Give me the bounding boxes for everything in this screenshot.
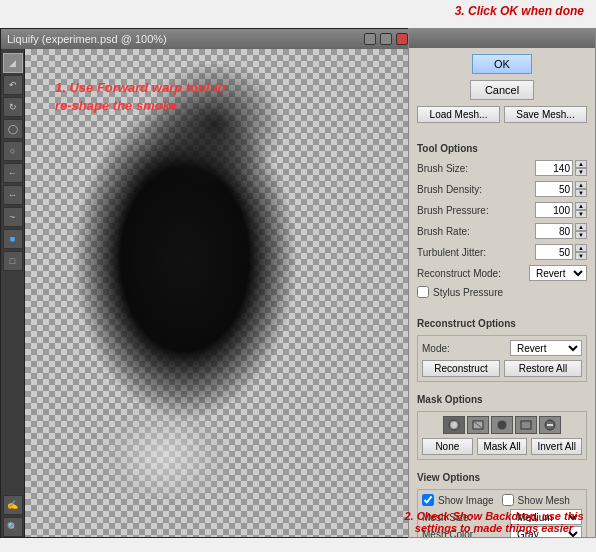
mask-icon-4[interactable] bbox=[515, 416, 537, 434]
brush-size-up[interactable]: ▲ bbox=[575, 160, 587, 168]
show-image-check-row: Show Image bbox=[422, 494, 494, 506]
brush-density-input[interactable] bbox=[535, 181, 573, 197]
zoom-tool[interactable]: 🔍 bbox=[3, 517, 23, 537]
brush-pressure-input[interactable] bbox=[535, 202, 573, 218]
mask-icon-1[interactable] bbox=[443, 416, 465, 434]
brush-density-up[interactable]: ▲ bbox=[575, 181, 587, 189]
mask-icon-5[interactable] bbox=[539, 416, 561, 434]
turbulent-jitter-row: Turbulent Jitter: ▲ ▼ bbox=[417, 244, 587, 260]
mask-icon-row bbox=[422, 416, 582, 434]
close-button[interactable] bbox=[396, 33, 408, 45]
push-left-tool[interactable]: ← bbox=[3, 163, 23, 183]
titlebar-buttons bbox=[364, 33, 408, 45]
recon-mode-row: Mode: Revert bbox=[422, 340, 582, 356]
reconstruct-mode-row: Reconstruct Mode: Revert bbox=[417, 265, 587, 281]
tool-sidebar: ◢ ↶ ↻ ◯ ○ ← ↔ ~ ■ □ ✍ 🔍 bbox=[1, 49, 25, 537]
mask-options-header: Mask Options bbox=[417, 394, 587, 405]
cancel-row: Cancel bbox=[417, 80, 587, 100]
photoshop-window: Liquify (experimen.psd @ 100%) ◢ ↶ ↻ ◯ ○… bbox=[0, 28, 415, 538]
brush-size-spinner: ▲ ▼ bbox=[575, 160, 587, 176]
stylus-pressure-checkbox[interactable] bbox=[417, 286, 429, 298]
show-mesh-checkbox[interactable] bbox=[502, 494, 514, 506]
tool-options-header: Tool Options bbox=[417, 143, 587, 154]
brush-size-label: Brush Size: bbox=[417, 163, 468, 174]
liquify-body: OK Cancel Load Mesh... Save Mesh... Tool… bbox=[409, 48, 595, 537]
reconstruct-button[interactable]: Reconstruct bbox=[422, 360, 500, 377]
canvas-area: 1. Use Forward warp tool to re-shape the… bbox=[25, 49, 414, 537]
bloat-tool[interactable]: ○ bbox=[3, 141, 23, 161]
turbulent-jitter-spinner: ▲ ▼ bbox=[575, 244, 587, 260]
mask-all-button[interactable]: Mask All bbox=[477, 438, 528, 455]
none-button[interactable]: None bbox=[422, 438, 473, 455]
brush-density-spinner: ▲ ▼ bbox=[575, 181, 587, 197]
step1-annotation: 1. Use Forward warp tool to re-shape the… bbox=[55, 79, 225, 115]
pucker-tool[interactable]: ◯ bbox=[3, 119, 23, 139]
recon-mode-label: Mode: bbox=[422, 343, 450, 354]
ok-button[interactable]: OK bbox=[472, 54, 532, 74]
show-image-checkbox[interactable] bbox=[422, 494, 434, 506]
step3-annotation: 3. Click OK when done bbox=[455, 4, 584, 18]
freeze-mask-tool[interactable]: ■ bbox=[3, 229, 23, 249]
show-mesh-label: Show Mesh bbox=[518, 495, 570, 506]
restore-all-button[interactable]: Restore All bbox=[504, 360, 582, 377]
show-mesh-check-row: Show Mesh bbox=[502, 494, 570, 506]
show-image-label: Show Image bbox=[438, 495, 494, 506]
brush-rate-up[interactable]: ▲ bbox=[575, 223, 587, 231]
maximize-button[interactable] bbox=[380, 33, 392, 45]
reconstruct-mode-select[interactable]: Revert bbox=[529, 265, 587, 281]
show-image-row: Show Image Show Mesh bbox=[422, 494, 582, 506]
brush-pressure-spinner: ▲ ▼ bbox=[575, 202, 587, 218]
reconstruct-options-box: Mode: Revert Reconstruct Restore All bbox=[417, 335, 587, 382]
turbulent-jitter-control: ▲ ▼ bbox=[535, 244, 587, 260]
turbulent-jitter-up[interactable]: ▲ bbox=[575, 244, 587, 252]
ps-title: Liquify (experimen.psd @ 100%) bbox=[7, 33, 167, 45]
brush-pressure-row: Brush Pressure: ▲ ▼ bbox=[417, 202, 587, 218]
mask-icon-3[interactable] bbox=[491, 416, 513, 434]
mask-btn-row: None Mask All Invert All bbox=[422, 438, 582, 455]
ok-cancel-row: OK bbox=[417, 54, 587, 74]
view-options-header: View Options bbox=[417, 472, 587, 483]
turbulent-jitter-input[interactable] bbox=[535, 244, 573, 260]
brush-pressure-label: Brush Pressure: bbox=[417, 205, 489, 216]
stylus-pressure-label: Stylus Pressure bbox=[433, 287, 503, 298]
svg-point-4 bbox=[497, 420, 507, 430]
mirror-tool[interactable]: ↔ bbox=[3, 185, 23, 205]
invert-all-button[interactable]: Invert All bbox=[531, 438, 582, 455]
turbulent-jitter-down[interactable]: ▼ bbox=[575, 252, 587, 260]
cancel-button[interactable]: Cancel bbox=[470, 80, 534, 100]
brush-size-down[interactable]: ▼ bbox=[575, 168, 587, 176]
thaw-mask-tool[interactable]: □ bbox=[3, 251, 23, 271]
ps-titlebar: Liquify (experimen.psd @ 100%) bbox=[1, 29, 414, 49]
brush-rate-down[interactable]: ▼ bbox=[575, 231, 587, 239]
svg-rect-5 bbox=[521, 421, 531, 429]
reconstruct-mode-label: Reconstruct Mode: bbox=[417, 268, 501, 279]
brush-rate-label: Brush Rate: bbox=[417, 226, 470, 237]
load-mesh-button[interactable]: Load Mesh... bbox=[417, 106, 500, 123]
brush-pressure-up[interactable]: ▲ bbox=[575, 202, 587, 210]
smoke-wisps bbox=[85, 337, 315, 497]
minimize-button[interactable] bbox=[364, 33, 376, 45]
recon-mode-select[interactable]: Revert bbox=[510, 340, 582, 356]
step2-annotation: 2. Check Show Backdrop, use this setting… bbox=[404, 510, 584, 534]
brush-rate-control: ▲ ▼ bbox=[535, 223, 587, 239]
brush-density-down[interactable]: ▼ bbox=[575, 189, 587, 197]
stylus-pressure-row: Stylus Pressure bbox=[417, 286, 587, 298]
turbulence-tool[interactable]: ~ bbox=[3, 207, 23, 227]
brush-size-row: Brush Size: ▲ ▼ bbox=[417, 160, 587, 176]
brush-size-input[interactable] bbox=[535, 160, 573, 176]
reconstruct-options-header: Reconstruct Options bbox=[417, 318, 587, 329]
brush-rate-row: Brush Rate: ▲ ▼ bbox=[417, 223, 587, 239]
mesh-buttons-row: Load Mesh... Save Mesh... bbox=[417, 106, 587, 123]
mask-icon-2[interactable] bbox=[467, 416, 489, 434]
brush-pressure-down[interactable]: ▼ bbox=[575, 210, 587, 218]
save-mesh-button[interactable]: Save Mesh... bbox=[504, 106, 587, 123]
svg-point-1 bbox=[451, 422, 457, 428]
liquify-panel: OK Cancel Load Mesh... Save Mesh... Tool… bbox=[408, 28, 596, 538]
reconstruct-tool[interactable]: ↶ bbox=[3, 75, 23, 95]
brush-density-control: ▲ ▼ bbox=[535, 181, 587, 197]
brush-rate-input[interactable] bbox=[535, 223, 573, 239]
hand-tool[interactable]: ✍ bbox=[3, 495, 23, 515]
twirl-tool[interactable]: ↻ bbox=[3, 97, 23, 117]
liquify-header bbox=[409, 28, 595, 48]
forward-warp-tool[interactable]: ◢ bbox=[3, 53, 23, 73]
